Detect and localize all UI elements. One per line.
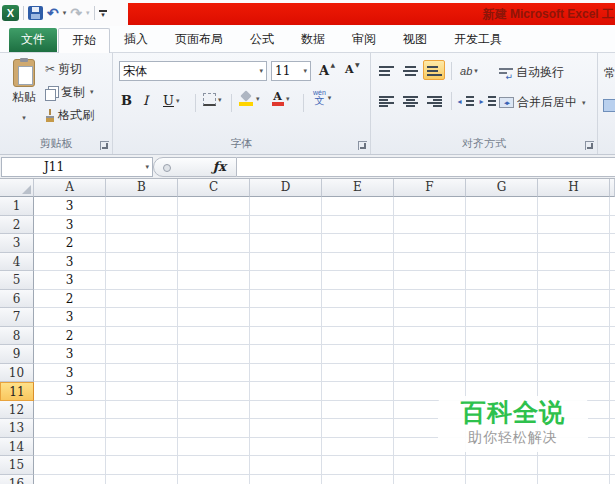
merge-center-button[interactable]: ◂▸ 合并后居中 ▾ xyxy=(499,94,586,111)
cell-D15[interactable] xyxy=(250,456,322,475)
cell-F9[interactable] xyxy=(394,345,466,364)
underline-button[interactable]: U▾ xyxy=(163,93,179,108)
cell-C1[interactable] xyxy=(178,197,250,216)
column-header-D[interactable]: D xyxy=(250,179,322,197)
cell-H5[interactable] xyxy=(538,271,610,290)
tab-7[interactable]: 视图 xyxy=(390,28,440,52)
cell-H4[interactable] xyxy=(538,253,610,272)
decrease-indent-button[interactable] xyxy=(455,91,477,111)
cell-B5[interactable] xyxy=(106,271,178,290)
cell-H1[interactable] xyxy=(538,197,610,216)
tab-file[interactable]: 文件 xyxy=(9,28,57,52)
customize-qat-icon[interactable]: ▾ xyxy=(99,10,108,17)
cell-C2[interactable] xyxy=(178,216,250,235)
orientation-button[interactable]: ab▾ xyxy=(455,61,483,81)
cell-B6[interactable] xyxy=(106,290,178,309)
cell-A5[interactable]: 3 xyxy=(34,271,106,290)
clipboard-dialog-launcher-icon[interactable] xyxy=(100,141,109,150)
row-header-16[interactable]: 16 xyxy=(0,475,34,484)
select-all-corner[interactable] xyxy=(0,179,34,197)
cell-H7[interactable] xyxy=(538,308,610,327)
cell-G3[interactable] xyxy=(466,234,538,253)
cell-G4[interactable] xyxy=(466,253,538,272)
cell-G8[interactable] xyxy=(466,327,538,346)
cell-E4[interactable] xyxy=(322,253,394,272)
row-header-4[interactable]: 4 xyxy=(0,253,34,272)
bold-button[interactable]: B xyxy=(121,93,132,108)
cell-G16[interactable] xyxy=(466,475,538,484)
undo-icon[interactable]: ↶ xyxy=(47,6,59,20)
cell-B3[interactable] xyxy=(106,234,178,253)
cell-H8[interactable] xyxy=(538,327,610,346)
cell-D6[interactable] xyxy=(250,290,322,309)
cell-D2[interactable] xyxy=(250,216,322,235)
row-header-12[interactable]: 12 xyxy=(0,401,34,420)
cell-B16[interactable] xyxy=(106,475,178,484)
cell-F6[interactable] xyxy=(394,290,466,309)
cell-C14[interactable] xyxy=(178,438,250,457)
cell-F5[interactable] xyxy=(394,271,466,290)
cell-G1[interactable] xyxy=(466,197,538,216)
cell-E11[interactable] xyxy=(322,382,394,401)
cell-C15[interactable] xyxy=(178,456,250,475)
top-align-button[interactable] xyxy=(375,61,397,81)
cell-F15[interactable] xyxy=(394,456,466,475)
tab-4[interactable]: 公式 xyxy=(237,28,287,52)
cell-C16[interactable] xyxy=(178,475,250,484)
cell-A16[interactable] xyxy=(34,475,106,484)
formula-input[interactable] xyxy=(237,157,615,177)
font-name-combo[interactable]: 宋体 ▾ xyxy=(119,61,267,81)
cell-E6[interactable] xyxy=(322,290,394,309)
cell-D4[interactable] xyxy=(250,253,322,272)
row-header-14[interactable]: 14 xyxy=(0,438,34,457)
cell-A3[interactable]: 2 xyxy=(34,234,106,253)
cell-H10[interactable] xyxy=(538,364,610,383)
cell-H9[interactable] xyxy=(538,345,610,364)
cell-F2[interactable] xyxy=(394,216,466,235)
cell-D3[interactable] xyxy=(250,234,322,253)
row-header-5[interactable]: 5 xyxy=(0,271,34,290)
bottom-align-button[interactable] xyxy=(423,60,445,80)
align-right-button[interactable] xyxy=(423,91,445,111)
cell-G15[interactable] xyxy=(466,456,538,475)
cell-C7[interactable] xyxy=(178,308,250,327)
column-header-F[interactable]: F xyxy=(394,179,466,197)
column-header-H[interactable]: H xyxy=(538,179,610,197)
cell-A7[interactable]: 3 xyxy=(34,308,106,327)
cell-E8[interactable] xyxy=(322,327,394,346)
cell-C13[interactable] xyxy=(178,419,250,438)
cell-B7[interactable] xyxy=(106,308,178,327)
cell-E5[interactable] xyxy=(322,271,394,290)
cell-B1[interactable] xyxy=(106,197,178,216)
cell-D14[interactable] xyxy=(250,438,322,457)
cell-A6[interactable]: 2 xyxy=(34,290,106,309)
row-header-2[interactable]: 2 xyxy=(0,216,34,235)
cell-F7[interactable] xyxy=(394,308,466,327)
cell-A1[interactable]: 3 xyxy=(34,197,106,216)
row-header-7[interactable]: 7 xyxy=(0,308,34,327)
alignment-dialog-launcher-icon[interactable] xyxy=(585,141,594,150)
cell-A11[interactable]: 3 xyxy=(34,382,106,401)
cell-A9[interactable]: 3 xyxy=(34,345,106,364)
cell-F1[interactable] xyxy=(394,197,466,216)
cell-E13[interactable] xyxy=(322,419,394,438)
copy-dropdown-icon[interactable]: ▾ xyxy=(90,88,94,96)
cell-G9[interactable] xyxy=(466,345,538,364)
cell-B9[interactable] xyxy=(106,345,178,364)
cell-C12[interactable] xyxy=(178,401,250,420)
cell-E12[interactable] xyxy=(322,401,394,420)
row-header-9[interactable]: 9 xyxy=(0,345,34,364)
align-center-button[interactable] xyxy=(399,91,421,111)
tab-1[interactable]: 开始 xyxy=(58,28,110,53)
format-painter-button[interactable]: 格式刷 xyxy=(45,107,94,123)
cell-B12[interactable] xyxy=(106,401,178,420)
font-dialog-launcher-icon[interactable] xyxy=(358,141,367,150)
align-left-button[interactable] xyxy=(375,91,397,111)
cell-H6[interactable] xyxy=(538,290,610,309)
phonetic-guide-button[interactable]: wén 文 ▾ xyxy=(313,90,331,106)
row-header-15[interactable]: 15 xyxy=(0,456,34,475)
cell-G7[interactable] xyxy=(466,308,538,327)
tab-5[interactable]: 数据 xyxy=(288,28,338,52)
row-header-11[interactable]: 11 xyxy=(0,382,34,401)
cell-C3[interactable] xyxy=(178,234,250,253)
